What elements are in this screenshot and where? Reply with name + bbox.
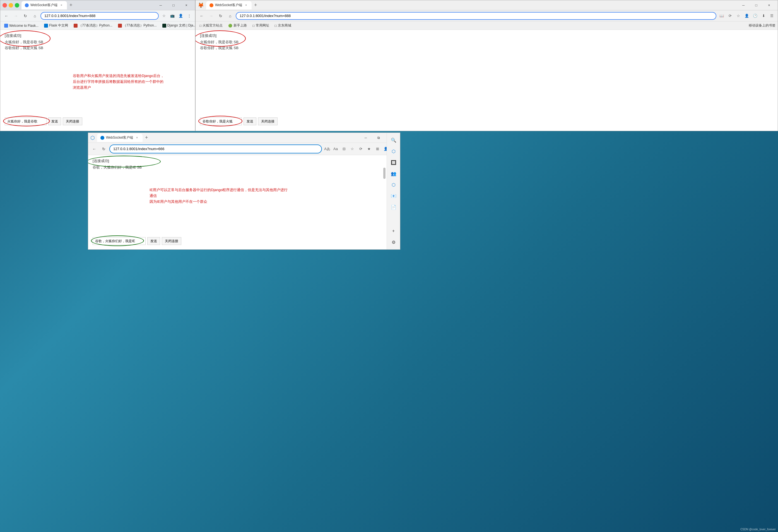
- fav-icon-edge[interactable]: ☆: [349, 145, 356, 153]
- read-aloud-icon[interactable]: Aあ: [324, 145, 331, 153]
- tab-left[interactable]: WebSocket客户端 ×: [21, 1, 67, 9]
- back-btn-left[interactable]: ←: [2, 12, 10, 20]
- close-conn-btn-left[interactable]: 关闭连接: [63, 118, 82, 125]
- edge-main-content: [连接成功] 谷歌，火狐你们好，我是IE SB IE用户可以正常与后台服务器中运…: [88, 155, 400, 249]
- tab-close-edge[interactable]: ×: [135, 136, 139, 140]
- back-btn-edge[interactable]: ←: [90, 145, 98, 153]
- reload-btn-right[interactable]: ↻: [217, 12, 225, 20]
- bookmark-csdn2[interactable]: （77条消息）Python...: [116, 22, 158, 28]
- bookmarks-mobile: 移动设备上的书签: [749, 23, 776, 28]
- win-restore-edge[interactable]: ⧉: [372, 133, 385, 142]
- forward-btn-right[interactable]: →: [207, 12, 215, 20]
- max-btn-left[interactable]: [15, 3, 19, 7]
- sidebar-collections-icon[interactable]: 🔲: [389, 157, 399, 167]
- home-btn-right[interactable]: ⌂: [226, 12, 234, 20]
- tab-new-edge[interactable]: +: [143, 134, 150, 142]
- firefox-logo-icon: 🦊: [198, 2, 204, 8]
- refresh-icon-edge[interactable]: ⟳: [357, 145, 364, 153]
- bookmark-jd[interactable]: □ 京东商城: [273, 22, 293, 28]
- watermark: CSDN @code_lover_forever: [741, 528, 776, 531]
- connection-status-left: [连接成功]: [5, 33, 190, 38]
- bookmark-icon-firefox-site: □: [200, 24, 202, 27]
- collection-icon[interactable]: ★: [366, 145, 373, 153]
- win-minimize-right[interactable]: ─: [737, 1, 750, 10]
- sidebar-apps-icon[interactable]: ⬡: [389, 180, 399, 190]
- reload-btn-left[interactable]: ↻: [21, 12, 29, 20]
- win-maximize-left[interactable]: □: [167, 1, 180, 10]
- tab-title-left: WebSocket客户端: [30, 3, 58, 7]
- description-text-edge: IE用户可以正常与后台服务器中运行的Django程序进行通信，但是无法与其他用户…: [150, 187, 289, 205]
- tab-close-left[interactable]: ×: [59, 3, 64, 7]
- split-icon[interactable]: ⊟: [340, 145, 347, 153]
- toolbar-icons-left: ☆ 📺 👤 ⋮: [160, 12, 193, 19]
- win-close-left[interactable]: ×: [180, 1, 193, 10]
- bookmark-beginner[interactable]: 🟢 新手上路: [227, 22, 248, 28]
- tab-right[interactable]: WebSocket客户端 ×: [206, 1, 252, 9]
- send-input-left[interactable]: [5, 118, 47, 125]
- send-btn-right[interactable]: 发送: [243, 118, 256, 125]
- tab-close-right[interactable]: ×: [244, 3, 248, 7]
- address-input-left[interactable]: [41, 12, 159, 20]
- bookmark-icon-beginner: 🟢: [228, 24, 232, 27]
- address-input-right[interactable]: [236, 12, 716, 20]
- sidebar-outlook-icon[interactable]: 📧: [389, 191, 399, 201]
- connection-status-right: [连接成功]: [200, 33, 773, 38]
- bookmark-common[interactable]: □ 常用网址: [251, 22, 270, 28]
- win-minimize-edge[interactable]: ─: [359, 133, 372, 142]
- tab-edge[interactable]: WebSocket客户端 ×: [97, 134, 143, 142]
- tab-new-left[interactable]: +: [67, 1, 75, 9]
- bookmarks-bar-right: □ 火狐官方站点 🟢 新手上路 □ 常用网址 □ 京东商城 移动设备上的书签: [196, 21, 778, 30]
- back-btn-right[interactable]: ←: [198, 12, 206, 20]
- sidebar-add-icon[interactable]: +: [389, 226, 399, 236]
- bookmark-label-beginner: 新手上路: [233, 23, 247, 28]
- history-icon-right[interactable]: 🕐: [752, 12, 759, 19]
- bookmark-star-left[interactable]: ☆: [160, 12, 168, 19]
- bookmark-flask-left[interactable]: Welcome to Flask...: [2, 23, 40, 28]
- bookmarks-bar-left: Welcome to Flask... Flask 中文网 （77条消息）Pyt…: [0, 21, 195, 30]
- send-input-right[interactable]: [200, 118, 242, 125]
- tab-title-edge: WebSocket客户端: [106, 135, 133, 140]
- sidebar-settings-icon[interactable]: ⚙: [389, 237, 399, 247]
- tab-new-right[interactable]: +: [252, 1, 259, 9]
- ext-icon[interactable]: ⊞: [374, 145, 381, 153]
- win-minimize-left[interactable]: ─: [154, 1, 167, 10]
- min-btn-left[interactable]: [9, 3, 13, 7]
- cast-icon-left[interactable]: 📺: [169, 12, 176, 19]
- bookmark-csdn1[interactable]: （77条消息）Python...: [72, 22, 114, 28]
- bookmark-flask-cn[interactable]: Flask 中文网: [43, 22, 70, 28]
- chat-message-right-2: 谷歌你好，我是火狐 SB: [200, 45, 773, 51]
- send-btn-edge[interactable]: 发送: [147, 237, 160, 245]
- immersive-icon[interactable]: Aa: [332, 145, 339, 153]
- scrollbar-edge[interactable]: [383, 168, 386, 179]
- bookmark-favicon-csdn1: [74, 24, 78, 27]
- sync-icon-right[interactable]: ⟳: [726, 12, 734, 19]
- download-icon-right[interactable]: ⬇: [760, 12, 767, 19]
- home-btn-left[interactable]: ⌂: [31, 12, 39, 20]
- sidebar-office-icon[interactable]: 📄: [389, 202, 399, 212]
- sidebar-people-icon[interactable]: 👥: [389, 168, 399, 178]
- close-conn-btn-edge[interactable]: 关闭连接: [162, 237, 181, 245]
- reload-btn-edge[interactable]: ↻: [100, 145, 108, 153]
- reader-icon-right[interactable]: 📖: [718, 12, 725, 19]
- menu-icon-right[interactable]: ☰: [768, 12, 776, 19]
- account-icon-right[interactable]: 👤: [743, 12, 751, 19]
- sidebar-copilot-icon[interactable]: ⬡: [389, 155, 399, 156]
- send-area-edge: 发送 关闭连接: [93, 237, 181, 245]
- close-conn-btn-right[interactable]: 关闭连接: [258, 118, 278, 125]
- bookmark-django[interactable]: Django 文档 | Dja...: [161, 22, 198, 28]
- send-input-edge[interactable]: [93, 237, 146, 245]
- bookmark-firefox-site[interactable]: □ 火狐官方站点: [198, 22, 224, 28]
- bookmark-favicon-flask: [4, 24, 8, 27]
- win-maximize-right[interactable]: □: [750, 1, 763, 10]
- bookmark-star-right[interactable]: ☆: [735, 12, 742, 19]
- address-input-edge[interactable]: [109, 145, 322, 153]
- tab-favicon-left: [25, 3, 29, 7]
- send-area-left: 发送 关闭连接: [5, 118, 82, 125]
- forward-btn-left[interactable]: →: [12, 12, 20, 20]
- bookmark-label-firefox-site: 火狐官方站点: [203, 23, 223, 28]
- send-btn-left[interactable]: 发送: [48, 118, 61, 125]
- menu-icon-left[interactable]: ⋮: [185, 12, 193, 19]
- win-close-right[interactable]: ×: [763, 1, 776, 10]
- close-btn-left[interactable]: [2, 3, 7, 7]
- account-icon-left[interactable]: 👤: [177, 12, 184, 19]
